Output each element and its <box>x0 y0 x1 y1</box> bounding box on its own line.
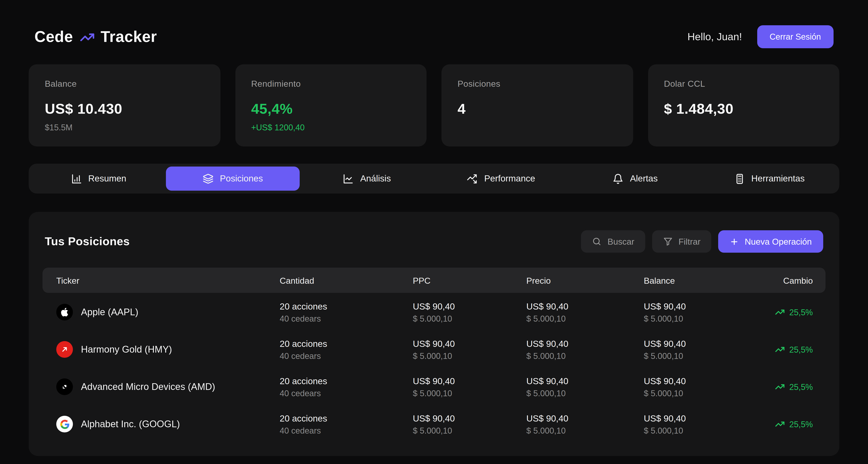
new-operation-button-label: Nueva Operación <box>745 237 812 246</box>
cantidad-sub: 40 cedears <box>280 389 411 398</box>
ticker-name: Advanced Micro Devices (AMD) <box>81 381 215 392</box>
stat-value: 45,4% <box>251 100 411 117</box>
trending-up-icon <box>775 382 784 392</box>
google-logo-icon <box>56 416 73 432</box>
top-bar-right: Hello, Juan! Cerrar Sesión <box>687 25 834 48</box>
new-operation-button[interactable]: Nueva Operación <box>718 230 823 253</box>
balance-main: US$ 90,40 <box>644 413 771 424</box>
cambio-value: 25,5% <box>789 345 813 354</box>
filter-icon <box>663 237 673 246</box>
column-header-ppc: PPC <box>410 275 524 285</box>
cantidad-main: 20 acciones <box>280 376 411 386</box>
line-chart-icon <box>343 173 354 184</box>
stat-subvalue: $15.5M <box>45 123 204 132</box>
search-button[interactable]: Buscar <box>581 230 645 253</box>
dashboard-page: Cede Tracker Hello, Juan! Cerrar Sesión … <box>0 0 868 464</box>
cantidad-main: 20 acciones <box>280 339 411 349</box>
top-bar: Cede Tracker Hello, Juan! Cerrar Sesión <box>29 0 839 64</box>
tab-posiciones[interactable]: Posiciones <box>166 166 300 191</box>
logout-button[interactable]: Cerrar Sesión <box>757 25 834 48</box>
ppc-main: US$ 90,40 <box>413 339 524 349</box>
positions-panel: Tus Posiciones Buscar <box>29 212 839 456</box>
cambio-value: 25,5% <box>789 382 813 392</box>
panel-actions: Buscar Filtrar Nue <box>581 230 823 253</box>
tab-label: Performance <box>484 174 535 184</box>
column-header-ticker: Ticker <box>42 275 277 285</box>
trending-up-icon <box>80 30 95 45</box>
stat-value: US$ 10.430 <box>45 100 204 117</box>
bell-icon <box>613 173 624 184</box>
column-header-balance: Balance <box>642 275 771 285</box>
cambio-value: 25,5% <box>789 420 813 429</box>
stat-label: Dolar CCL <box>664 79 824 88</box>
tab-herramientas[interactable]: Herramientas <box>702 166 836 191</box>
precio-sub: $ 5.000,10 <box>526 389 642 398</box>
ppc-sub: $ 5.000,10 <box>413 351 524 361</box>
table-row-amd[interactable]: Advanced Micro Devices (AMD) 20 acciones… <box>42 369 826 405</box>
amd-logo-icon <box>56 378 73 395</box>
balance-sub: $ 5.000,10 <box>644 314 771 323</box>
column-header-cambio: Cambio <box>771 275 825 285</box>
filter-button[interactable]: Filtrar <box>652 230 711 253</box>
user-greeting: Hello, Juan! <box>687 31 742 43</box>
positions-panel-header: Tus Posiciones Buscar <box>42 226 826 253</box>
plus-icon <box>730 237 739 246</box>
column-header-precio: Precio <box>524 275 642 285</box>
stat-card-dolar-ccl: Dolar CCL $ 1.484,30 <box>648 64 839 147</box>
tab-alertas[interactable]: Alertas <box>568 166 702 191</box>
ppc-sub: $ 5.000,10 <box>413 389 524 398</box>
balance-main: US$ 90,40 <box>644 301 771 312</box>
precio-sub: $ 5.000,10 <box>526 314 642 323</box>
ppc-sub: $ 5.000,10 <box>413 314 524 323</box>
tab-resumen[interactable]: Resumen <box>32 166 166 191</box>
ppc-sub: $ 5.000,10 <box>413 426 524 435</box>
search-icon <box>592 237 602 246</box>
trending-up-down-icon <box>467 173 478 184</box>
brand-right-text: Tracker <box>101 28 157 46</box>
brand-logo: Cede Tracker <box>34 28 157 46</box>
nav-tab-bar: Resumen Posiciones Análisis <box>29 164 839 193</box>
stat-label: Rendimiento <box>251 79 411 88</box>
table-row-googl[interactable]: Alphabet Inc. (GOOGL) 20 acciones 40 ced… <box>42 406 826 442</box>
trending-up-icon <box>775 307 784 317</box>
precio-sub: $ 5.000,10 <box>526 351 642 361</box>
cantidad-sub: 40 cedears <box>280 351 411 361</box>
cantidad-sub: 40 cedears <box>280 314 411 323</box>
tab-label: Posiciones <box>220 174 263 184</box>
ticker-name: Apple (AAPL) <box>81 307 138 317</box>
stat-label: Posiciones <box>458 79 617 88</box>
layers-icon <box>203 173 214 184</box>
cantidad-main: 20 acciones <box>280 301 411 312</box>
stats-row: Balance US$ 10.430 $15.5M Rendimiento 45… <box>29 64 839 147</box>
stat-subvalue: +US$ 1200,40 <box>251 123 411 132</box>
balance-sub: $ 5.000,10 <box>644 389 771 398</box>
precio-main: US$ 90,40 <box>526 376 642 386</box>
tab-label: Resumen <box>88 174 126 184</box>
logout-button-label: Cerrar Sesión <box>770 32 821 41</box>
table-row-hmy[interactable]: Harmony Gold (HMY) 20 acciones 40 cedear… <box>42 331 826 368</box>
tab-label: Herramientas <box>751 174 805 184</box>
cantidad-sub: 40 cedears <box>280 426 411 435</box>
ppc-main: US$ 90,40 <box>413 301 524 312</box>
table-row-aapl[interactable]: Apple (AAPL) 20 acciones 40 cedears US$ … <box>42 294 826 330</box>
cambio-value: 25,5% <box>789 308 813 317</box>
balance-main: US$ 90,40 <box>644 376 771 386</box>
precio-main: US$ 90,40 <box>526 413 642 424</box>
stat-card-posiciones: Posiciones 4 <box>441 64 633 147</box>
balance-sub: $ 5.000,10 <box>644 426 771 435</box>
tab-label: Análisis <box>360 174 391 184</box>
tab-performance[interactable]: Performance <box>434 166 568 191</box>
tab-analisis[interactable]: Análisis <box>300 166 434 191</box>
precio-sub: $ 5.000,10 <box>526 426 642 435</box>
precio-main: US$ 90,40 <box>526 339 642 349</box>
column-header-cantidad: Cantidad <box>277 275 411 285</box>
precio-main: US$ 90,40 <box>526 301 642 312</box>
harmony-gold-logo-icon <box>56 341 73 358</box>
tab-label: Alertas <box>630 174 658 184</box>
apple-logo-icon <box>56 304 73 320</box>
trending-up-icon <box>775 419 784 429</box>
brand-left-text: Cede <box>34 28 73 46</box>
balance-main: US$ 90,40 <box>644 339 771 349</box>
ppc-main: US$ 90,40 <box>413 376 524 386</box>
search-button-label: Buscar <box>608 237 634 246</box>
